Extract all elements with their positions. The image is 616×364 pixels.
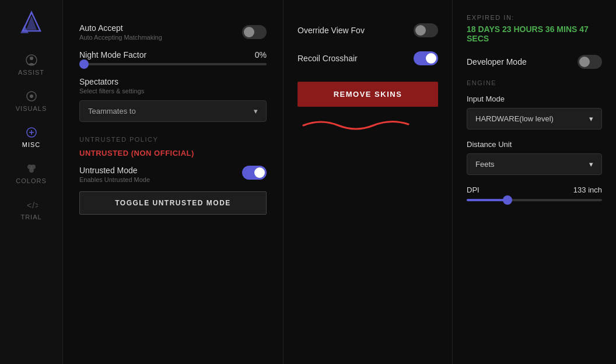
engine-header: ENGINE	[467, 79, 602, 86]
sidebar-item-label: VISUALS	[16, 105, 47, 112]
content: Auto Accept Auto Accepting Matchmaking N…	[63, 0, 616, 364]
recoil-crosshair-label: Recoil Crosshair	[298, 54, 358, 63]
toggle-knob	[254, 167, 265, 178]
untrusted-mode-sublabel: Enables Untrusted Mode	[79, 176, 150, 183]
spectators-dropdown[interactable]: Teammates to ▾	[79, 100, 267, 122]
svg-point-6	[30, 94, 33, 98]
toggle-knob	[415, 25, 426, 36]
developer-mode-toggle[interactable]	[578, 55, 602, 69]
sidebar-item-label: MISC	[22, 141, 41, 148]
untrusted-mode-row: Untrusted Mode Enables Untrusted Mode	[79, 163, 267, 191]
svg-text:</>: </>	[27, 201, 38, 210]
svg-marker-1	[26, 16, 37, 30]
toggle-knob	[426, 53, 436, 64]
right-panel: EXPIRED IN: 18 DAYS 23 HOURS 36 MINS 47 …	[453, 0, 616, 364]
chevron-down-icon: ▾	[589, 160, 593, 169]
sidebar-item-colors[interactable]: COLORS	[0, 155, 62, 191]
sidebar-item-label: COLORS	[16, 177, 46, 184]
mid-panel: Override View Fov Recoil Crosshair REMOV…	[284, 0, 453, 364]
dpi-row: DPI 133 inch	[467, 186, 602, 194]
toggle-untrusted-mode-button[interactable]: TOGGLE UNTRUSTED MODE	[79, 191, 267, 215]
spectators-sub: Select filters & settings	[79, 88, 267, 94]
spectators-title: Spectators	[79, 77, 267, 86]
night-mode-label: Night Mode Factor	[79, 50, 146, 60]
input-mode-label: Input Mode	[467, 94, 602, 103]
sidebar-item-trial[interactable]: </> TRIAL	[0, 191, 62, 228]
dpi-label: DPI	[467, 186, 480, 194]
expired-in-label: EXPIRED IN:	[467, 14, 602, 21]
input-mode-value: HARDWARE(low level)	[475, 114, 554, 123]
auto-accept-sublabel: Auto Accepting Matchmaking	[79, 34, 162, 41]
left-panel: Auto Accept Auto Accepting Matchmaking N…	[63, 0, 284, 364]
sidebar-item-assist[interactable]: ASSIST	[0, 47, 62, 83]
developer-mode-row: Developer Mode	[467, 55, 602, 69]
override-fov-row: Override View Fov	[298, 16, 438, 44]
night-mode-slider-container	[79, 60, 267, 75]
distance-unit-label: Distance Unit	[467, 140, 602, 149]
untrusted-mode-toggle[interactable]	[242, 166, 267, 180]
night-mode-slider-thumb[interactable]	[79, 60, 89, 69]
untrusted-mode-label: Untrusted Mode	[79, 166, 150, 175]
dpi-section: DPI 133 inch	[467, 186, 602, 201]
svg-point-10	[29, 168, 34, 173]
distance-unit-value: Feets	[475, 160, 495, 169]
chevron-down-icon: ▾	[589, 114, 593, 123]
dpi-value: 133 inch	[573, 186, 602, 194]
night-mode-pct: 0%	[255, 50, 267, 60]
sidebar-item-misc[interactable]: MISC	[0, 119, 62, 155]
auto-accept-toggle[interactable]	[242, 25, 267, 39]
remove-skins-button[interactable]: REMOVE SKINS	[298, 82, 438, 107]
logo	[16, 7, 47, 37]
distance-unit-section: Distance Unit Feets ▾	[467, 140, 602, 175]
dpi-slider-track[interactable]	[467, 199, 602, 201]
toggle-knob	[579, 57, 590, 67]
untrusted-mode-info: Untrusted Mode Enables Untrusted Mode	[79, 166, 150, 183]
untrusted-policy-header: UNTRUSTED POLICY	[79, 128, 267, 146]
auto-accept-info: Auto Accept Auto Accepting Matchmaking	[79, 23, 162, 41]
sidebar: ASSIST VISUALS MISC COLORS </> TRIAL	[0, 0, 63, 364]
distance-unit-dropdown[interactable]: Feets ▾	[467, 153, 602, 175]
dpi-slider-fill	[467, 199, 508, 201]
untrusted-status: UNTRUSTED (NON OFFICIAL)	[79, 146, 267, 163]
sidebar-item-label: TRIAL	[20, 214, 41, 220]
auto-accept-label: Auto Accept	[79, 23, 162, 33]
sidebar-item-label: ASSIST	[18, 69, 44, 76]
auto-accept-row: Auto Accept Auto Accepting Matchmaking	[79, 16, 267, 48]
night-mode-row: Night Mode Factor 0%	[79, 48, 267, 60]
override-fov-toggle[interactable]	[414, 23, 438, 37]
recoil-crosshair-toggle[interactable]	[414, 51, 438, 65]
night-mode-slider-track[interactable]	[79, 63, 267, 65]
override-fov-label: Override View Fov	[298, 26, 365, 35]
dpi-slider-thumb[interactable]	[503, 195, 512, 205]
night-mode-section: Night Mode Factor 0%	[79, 48, 267, 75]
svg-point-4	[30, 57, 33, 60]
sidebar-item-visuals[interactable]: VISUALS	[0, 83, 62, 119]
spectators-dropdown-label: Teammates to	[88, 107, 136, 116]
toggle-knob	[244, 27, 254, 37]
spectators-section: Spectators Select filters & settings Tea…	[79, 75, 267, 128]
chevron-down-icon: ▾	[254, 107, 258, 116]
input-mode-section: Input Mode HARDWARE(low level) ▾	[467, 94, 602, 130]
developer-mode-label: Developer Mode	[467, 57, 527, 66]
squiggle-decoration	[298, 114, 438, 134]
recoil-crosshair-row: Recoil Crosshair	[298, 44, 438, 72]
input-mode-dropdown[interactable]: HARDWARE(low level) ▾	[467, 108, 602, 130]
expired-time-value: 18 DAYS 23 HOURS 36 MINS 47 SECS	[467, 24, 602, 43]
